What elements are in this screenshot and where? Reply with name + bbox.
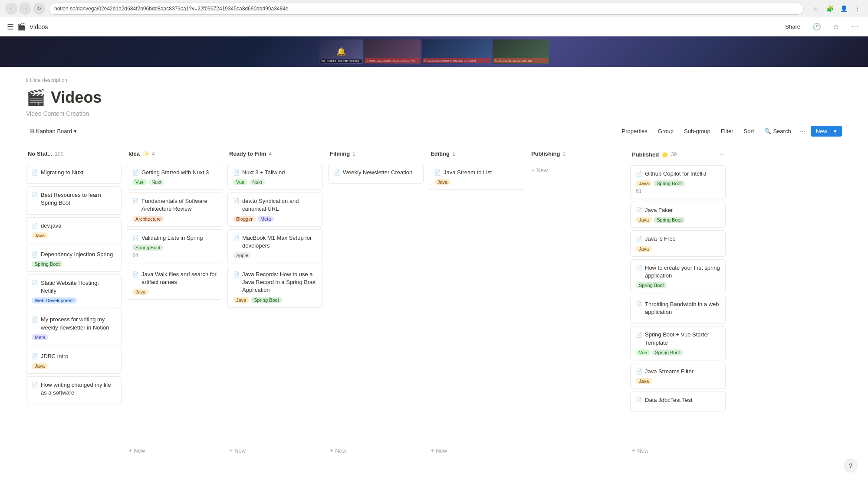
refresh-button[interactable]: ↻	[33, 3, 45, 15]
tag: Java	[132, 289, 148, 295]
tag: Java	[32, 363, 48, 369]
profile-icon[interactable]: 👤	[838, 3, 849, 14]
add-new-ready-to-film[interactable]: + New	[227, 444, 323, 457]
column-header-published: Published 🌟 39 +	[630, 147, 726, 162]
add-new-editing[interactable]: + New	[429, 444, 524, 457]
star-button[interactable]: ☆	[830, 21, 842, 33]
more-app-button[interactable]: ⋯	[849, 21, 861, 33]
url-text: notion.so/danvega/02e42d1a2d684f2b96bdd8…	[54, 6, 289, 12]
new-arrow-icon: ▾	[831, 128, 837, 134]
subgroup-button[interactable]: Sub-group	[681, 126, 714, 136]
plus-icon: +	[531, 166, 535, 173]
card[interactable]: 📄 dev.to Syndication and canonical URL B…	[227, 193, 323, 226]
card[interactable]: 📄 Nuxt 3 + Tailwind VueNuxt	[227, 164, 323, 190]
card-title: 📄 Getting Started with Nuxt 3	[132, 169, 217, 176]
tag: Java	[636, 180, 652, 186]
card-tags: Spring Boot	[132, 245, 217, 251]
new-label: New	[816, 128, 827, 134]
tag: Architecture	[132, 216, 164, 222]
card[interactable]: 📄 Dependency Injection Spring Spring Boo…	[26, 246, 122, 272]
card[interactable]: 📄 Data JdbcTest Test	[630, 392, 726, 411]
card[interactable]: 📄 Spring Boot + Vue Starter Template Vue…	[630, 326, 726, 360]
more-options-button[interactable]: ···	[798, 127, 807, 135]
card[interactable]: 📄 Getting Started with Nuxt 3 VueNuxt	[127, 164, 222, 190]
card[interactable]: 📄 Java Records: How to use a Java Record…	[227, 266, 323, 308]
card-title: 📄 Migrating to Nuxt	[32, 169, 116, 176]
card-tags: Java	[434, 179, 519, 185]
history-button[interactable]: 🕐	[811, 21, 823, 33]
sort-button[interactable]: Sort	[740, 126, 758, 136]
add-new-filming[interactable]: + New	[328, 444, 424, 457]
plus-icon: +	[632, 447, 635, 454]
view-selector[interactable]: ⊞ Kanban Board ▾	[26, 126, 80, 136]
card-tags: Java	[32, 232, 116, 238]
cover-overlay: 🔔 C02_003ETR_001.R3D [249.9%] ⚠ A002_C02…	[0, 36, 868, 67]
card[interactable]: 📄 Java Faker JavaSpring Boot	[630, 202, 726, 228]
add-new-idea[interactable]: + New	[127, 444, 222, 457]
card[interactable]: 📄 Migrating to Nuxt	[26, 164, 122, 184]
card[interactable]: 📄 Best Resources to learn Spring Boot	[26, 186, 122, 214]
card[interactable]: 📄 dev.java Java	[26, 217, 122, 243]
sidebar-toggle[interactable]: ☰	[7, 22, 14, 32]
address-bar[interactable]: notion.so/danvega/02e42d1a2d684f2b96bdd8…	[49, 3, 804, 15]
cards-no-status: 📄 Migrating to Nuxt 📄 Best Resources to …	[26, 164, 122, 457]
card[interactable]: 📄 How writing changed my life as a softw…	[26, 376, 122, 404]
help-button[interactable]: ?	[844, 459, 858, 473]
page-subtitle: Video Content Creation	[26, 110, 842, 117]
add-column-btn[interactable]: +	[720, 150, 724, 158]
card-title-text: Java is Free	[645, 235, 676, 243]
column-ready-to-film: Ready to Film 4 📄 Nuxt 3 + Tailwind VueN…	[227, 147, 323, 457]
tag: Spring Boot	[32, 261, 62, 267]
back-button[interactable]: ←	[5, 3, 17, 15]
card[interactable]: 📄 Validating Lists in Spring Spring Boot…	[127, 229, 222, 263]
doc-icon: 📄	[32, 316, 38, 323]
card[interactable]: 📄 Static Website Hosting: Netlify Web De…	[26, 274, 122, 308]
card[interactable]: 📄 Java Streams Filter Java	[630, 363, 726, 389]
extension-icon[interactable]: 🧩	[825, 3, 835, 14]
card[interactable]: 📄 Github Copilot for IntelliJ JavaSpring…	[630, 165, 726, 199]
col-emoji-idea: ✨	[142, 150, 149, 157]
column-header-publishing: Publishing 0	[529, 147, 625, 160]
forward-button[interactable]: →	[19, 3, 31, 15]
card[interactable]: 📄 Java is Free Java	[630, 230, 726, 256]
add-new-publishing-top[interactable]: + New	[529, 164, 625, 176]
bookmark-icon[interactable]: ☆	[811, 3, 821, 14]
card[interactable]: 📄 Throttling Bandwidth in a web applicat…	[630, 296, 726, 323]
card[interactable]: 📄 Fundamentals of Software Architecture …	[127, 193, 222, 226]
new-button[interactable]: New ▾	[811, 126, 842, 137]
share-button[interactable]: Share	[782, 22, 804, 32]
card-title: 📄 Spring Boot + Vue Starter Template	[636, 331, 720, 346]
tag: Java	[636, 246, 652, 252]
card[interactable]: 📄 My process for writing my weekly newsl…	[26, 311, 122, 345]
doc-icon: 📄	[233, 235, 240, 242]
doc-icon: 📄	[233, 169, 240, 176]
card-tags: Web Development	[32, 297, 116, 304]
card-tags: Apple	[233, 252, 317, 258]
column-header-editing: Editing 1	[429, 147, 524, 160]
app-title: Videos	[30, 23, 48, 30]
filter-button[interactable]: Filter	[717, 126, 737, 136]
card[interactable]: 📄 JDBC Intro Java	[26, 348, 122, 374]
add-new-published[interactable]: + New	[630, 444, 726, 457]
doc-icon: 📄	[233, 271, 240, 278]
hide-description[interactable]: ℹ Hide description	[26, 77, 842, 83]
properties-button[interactable]: Properties	[618, 126, 651, 136]
card-title-text: Getting Started with Nuxt 3	[141, 169, 209, 176]
card-title-text: Weekly Newsletter Creation	[343, 169, 412, 176]
card[interactable]: 📄 How to create your first spring applic…	[630, 259, 726, 293]
app-bar: ☰ 🎬 Videos Share 🕐 ☆ ⋯	[0, 17, 868, 36]
card[interactable]: 📄 MacBook M1 Max Setup for developers Ap…	[227, 229, 323, 263]
card[interactable]: 📄 Java Walk files and search for artifac…	[127, 266, 222, 300]
card-title: 📄 Java Faker	[636, 206, 720, 214]
group-button[interactable]: Group	[654, 126, 677, 136]
card-title: 📄 Java Streams Filter	[636, 368, 720, 375]
card[interactable]: 📄 Weekly Newsletter Creation	[328, 164, 424, 184]
card-title-text: Java Walk files and search for artifact …	[141, 271, 217, 286]
cards-publishing	[529, 176, 625, 457]
col-count-ready-to-film: 4	[269, 151, 272, 157]
more-browser-icon[interactable]: ⋮	[852, 3, 863, 14]
card[interactable]: 📄 Java Stream to List Java	[429, 164, 524, 190]
card-title-text: Nuxt 3 + Tailwind	[242, 169, 285, 176]
search-button[interactable]: 🔍 Search	[761, 126, 794, 136]
column-idea: Idea ✨ 4 📄 Getting Started with Nuxt 3 V…	[127, 147, 222, 457]
